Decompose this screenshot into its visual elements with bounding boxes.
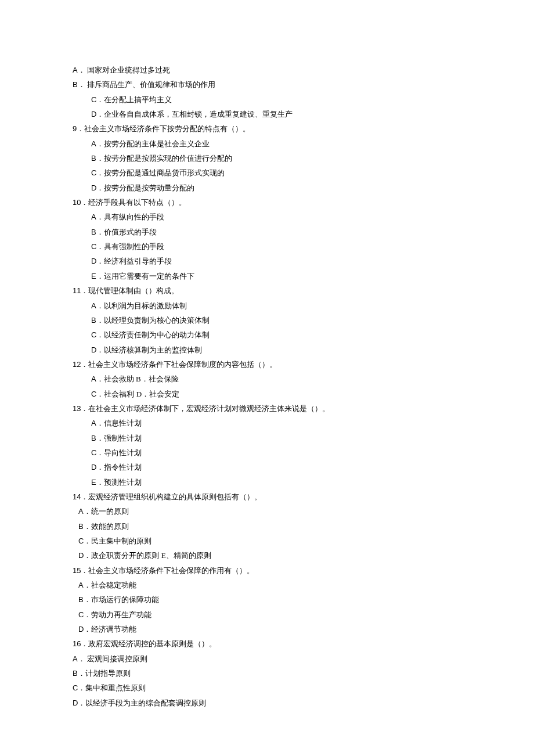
line-text: 指令性计划 [104, 463, 142, 471]
line-text: 预测性计划 [104, 478, 142, 487]
line-prefix: E． [91, 272, 104, 280]
line-prefix: C． [91, 242, 104, 251]
line-prefix: 9． [73, 124, 84, 133]
line-text: 按劳分配是按照实现的价值进行分配的 [104, 154, 232, 163]
text-line: A．以利润为目标的激励体制 [73, 298, 461, 313]
text-line: C．民主集中制的原则 [73, 534, 461, 548]
line-prefix: B． [91, 228, 104, 236]
line-text: 按劳分配的主体是社会主义企业 [104, 139, 210, 148]
line-text: 经济手段具有以下特点（）。 [88, 198, 186, 207]
text-line: 11．现代管理体制由（）构成。 [73, 283, 461, 298]
line-text: 市场运行的保障功能 [91, 595, 159, 604]
line-prefix: C． [73, 683, 85, 692]
line-prefix: B． [91, 316, 104, 325]
text-line: 15．社会主义市场经济条件下社会保障的作用有（）。 [73, 563, 461, 578]
line-text: 以经济责任制为中心的动力体制 [104, 330, 210, 339]
line-text: 在分配上搞平均主义 [104, 95, 172, 104]
text-line: C．社会福利 D．社会安定 [73, 387, 461, 401]
text-line: 16．政府宏观经济调控的基本原则是（）。 [73, 636, 461, 651]
line-text: 劳动力再生产功能 [91, 610, 151, 619]
line-text: 社会主义市场经济条件下社会保障的作用有（）。 [88, 566, 254, 575]
line-prefix: B． [78, 595, 91, 604]
text-line: A． 国家对企业统得过多过死 [73, 63, 461, 77]
line-prefix: A． [73, 654, 87, 663]
line-prefix: B． [73, 669, 85, 678]
line-text: 社会主义市场经济条件下社会保障制度的内容包括（）。 [88, 360, 277, 369]
line-text: 经济调节功能 [91, 625, 136, 633]
line-prefix: 13． [73, 404, 88, 413]
text-line: D．以经济手段为主的综合配套调控原则 [73, 696, 461, 710]
line-prefix: A． [91, 375, 104, 383]
line-text: 政府宏观经济调控的基本原则是（）。 [88, 639, 217, 648]
line-text: 以利润为目标的激励体制 [104, 301, 187, 310]
text-line: 13．在社会主义市场经济体制下，宏观经济计划对微观经济主体来说是（）。 [73, 401, 461, 416]
line-prefix: 14． [73, 492, 88, 501]
text-line: D．政企职责分开的原则 E、精简的原则 [73, 548, 461, 563]
document-body: A． 国家对企业统得过多过死B． 排斥商品生产、价值规律和市场的作用C．在分配上… [73, 63, 461, 710]
text-line: B．市场运行的保障功能 [73, 592, 461, 607]
line-prefix: D． [91, 463, 104, 471]
line-prefix: C． [78, 610, 91, 619]
line-prefix: B． [78, 522, 91, 531]
text-line: 14．宏观经济管理组织机构建立的具体原则包括有（）。 [73, 489, 461, 504]
text-line: A．社会救助 B．社会保险 [73, 372, 461, 386]
line-prefix: B． [91, 434, 104, 442]
line-prefix: A． [73, 66, 87, 74]
text-line: C．按劳分配是通过商品货币形式实现的 [73, 165, 461, 180]
text-line: 12．社会主义市场经济条件下社会保障制度的内容包括（）。 [73, 357, 461, 372]
text-line: E．运用它需要有一定的条件下 [73, 269, 461, 283]
line-prefix: D． [91, 183, 104, 192]
line-text: 在社会主义市场经济体制下，宏观经济计划对微观经济主体来说是（）。 [88, 404, 330, 413]
line-text: 导向性计划 [104, 448, 142, 457]
text-line: C．在分配上搞平均主义 [73, 92, 461, 107]
line-text: 按劳分配是通过商品货币形式实现的 [104, 168, 225, 177]
text-line: B．以经理负责制为核心的决策体制 [73, 313, 461, 327]
text-line: A．具有纵向性的手段 [73, 210, 461, 224]
text-line: B．按劳分配是按照实现的价值进行分配的 [73, 151, 461, 165]
line-prefix: C． [78, 537, 91, 545]
text-line: A． 宏观间接调控原则 [73, 651, 461, 666]
line-text: 政企职责分开的原则 E、精简的原则 [91, 551, 211, 560]
line-prefix: D． [73, 699, 85, 707]
line-text: 宏观经济管理组织机构建立的具体原则包括有（）。 [88, 492, 262, 501]
line-text: 排斥商品生产、价值规律和市场的作用 [87, 80, 215, 89]
line-text: 现代管理体制由（）构成。 [88, 286, 179, 295]
line-text: 以经理负责制为核心的决策体制 [104, 316, 210, 325]
line-prefix: B． [91, 154, 104, 163]
text-line: A．社会稳定功能 [73, 578, 461, 592]
line-text: 具有纵向性的手段 [104, 213, 164, 221]
text-line: C．导向性计划 [73, 445, 461, 460]
line-prefix: A． [91, 301, 104, 310]
line-text: 按劳分配是按劳动量分配的 [104, 183, 194, 192]
line-prefix: B． [73, 80, 87, 89]
line-text: 国家对企业统得过多过死 [87, 66, 170, 74]
line-text: 以经济手段为主的综合配套调控原则 [85, 699, 206, 707]
line-prefix: A． [78, 507, 91, 516]
line-text: 效能的原则 [91, 522, 129, 531]
line-text: 企业各自自成体系，互相封锁，造成重复建设、重复生产 [104, 110, 293, 118]
line-text: 统一的原则 [91, 507, 129, 516]
line-text: 社会主义市场经济条件下按劳分配的特点有（）。 [84, 124, 250, 133]
line-prefix: A． [91, 139, 104, 148]
line-prefix: C． [91, 390, 104, 398]
text-line: D．经济调节功能 [73, 622, 461, 636]
line-prefix: 12． [73, 360, 88, 369]
line-text: 社会救助 B．社会保险 [104, 375, 179, 383]
text-line: 10．经济手段具有以下特点（）。 [73, 195, 461, 210]
line-prefix: A． [91, 213, 104, 221]
line-prefix: D． [78, 625, 91, 633]
line-prefix: C． [91, 95, 104, 104]
text-line: A．信息性计划 [73, 416, 461, 430]
line-text: 社会福利 D．社会安定 [104, 390, 179, 398]
text-line: B．计划指导原则 [73, 666, 461, 681]
line-prefix: 11． [73, 286, 88, 295]
text-line: C．以经济责任制为中心的动力体制 [73, 327, 461, 342]
line-prefix: 16． [73, 639, 88, 648]
line-text: 计划指导原则 [85, 669, 131, 678]
text-line: B．价值形式的手段 [73, 225, 461, 239]
line-prefix: D． [91, 345, 104, 354]
text-line: D．指令性计划 [73, 460, 461, 474]
line-text: 民主集中制的原则 [91, 537, 151, 545]
line-text: 社会稳定功能 [91, 581, 136, 589]
line-text: 经济利益引导的手段 [104, 257, 172, 265]
